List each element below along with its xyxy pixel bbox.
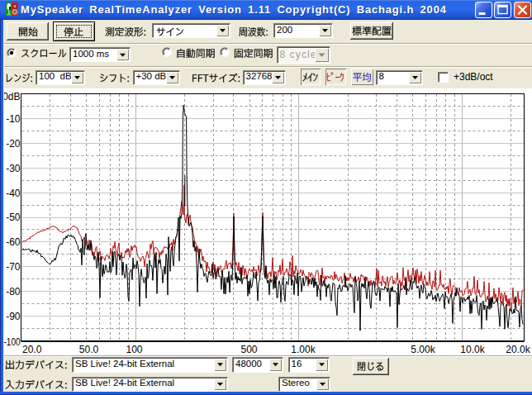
svg-text:-40: -40 <box>6 188 21 199</box>
svg-text:-100: -100 <box>4 336 21 348</box>
svg-text:1.00k: 1.00k <box>291 344 316 355</box>
svg-text:50.0: 50.0 <box>79 344 99 355</box>
svg-text:-70: -70 <box>6 261 21 273</box>
svg-text:-50: -50 <box>6 212 21 223</box>
svg-text:500: 500 <box>240 344 257 355</box>
svg-text:0dB: 0dB <box>2 91 20 102</box>
svg-text:5.00k: 5.00k <box>411 344 435 355</box>
svg-text:-20: -20 <box>6 138 21 150</box>
svg-text:-80: -80 <box>6 286 21 297</box>
svg-text:-60: -60 <box>6 236 21 248</box>
svg-text:10.0k: 10.0k <box>460 344 485 355</box>
svg-text:-90: -90 <box>6 311 21 322</box>
svg-text:20.0k: 20.0k <box>506 344 530 355</box>
svg-text:100: 100 <box>126 344 142 355</box>
svg-text:20.0: 20.0 <box>22 344 42 355</box>
svg-text:-30: -30 <box>6 163 21 174</box>
svg-text:-10: -10 <box>6 113 21 125</box>
